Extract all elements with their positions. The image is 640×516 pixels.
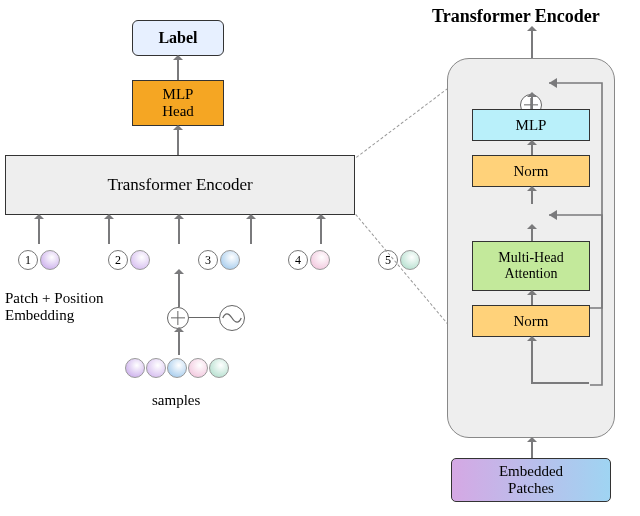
arrow-samples-to-oplus [178, 329, 180, 355]
norm-bottom-text: Norm [514, 313, 549, 330]
arrow-mlp-to-label [177, 57, 179, 80]
position-encoding-icon [219, 305, 245, 331]
encoder-box: Transformer Encoder [5, 155, 355, 215]
sample-1 [125, 358, 145, 378]
arrow-token-1 [38, 216, 40, 244]
position-1: 1 [18, 250, 38, 270]
attention-box: Multi-Head Attention [472, 241, 590, 291]
norm-top-text: Norm [514, 163, 549, 180]
position-2-num: 2 [115, 253, 121, 268]
sample-3 [167, 358, 187, 378]
samples-row [125, 358, 229, 378]
position-4: 4 [288, 250, 308, 270]
attention-text: Multi-Head Attention [498, 250, 563, 282]
position-4-num: 4 [295, 253, 301, 268]
sample-2 [146, 358, 166, 378]
arrow-mlp-to-add [531, 94, 533, 109]
position-1-num: 1 [25, 253, 31, 268]
mlp-head-text: MLP Head [162, 86, 194, 121]
patch-1 [40, 250, 60, 270]
detail-title: Transformer Encoder [432, 6, 600, 27]
patch-5 [400, 250, 420, 270]
arrow-encoder-to-mlp [177, 127, 179, 155]
patch-2 [130, 250, 150, 270]
arrow-norm1-to-mlp [531, 142, 533, 155]
arrow-patches-in [531, 439, 533, 459]
arrow-token-4 [250, 216, 252, 244]
patch-3 [220, 250, 240, 270]
samples-caption: samples [152, 392, 200, 409]
residual-tap-line [531, 382, 589, 384]
arrow-norm2-to-att [531, 292, 533, 305]
label-text: Label [158, 29, 197, 47]
token-row: 1 2 3 4 5 [18, 250, 420, 270]
hline-to-sine [189, 317, 219, 318]
sample-4 [188, 358, 208, 378]
dash-top [356, 79, 460, 158]
arrow-att-to-add [531, 226, 533, 241]
arrow-oplus-to-token3 [178, 271, 180, 307]
embedded-patches-box: Embedded Patches [451, 458, 611, 502]
arrow-token-2 [108, 216, 110, 244]
arrow-norm2-in [531, 338, 533, 382]
position-2: 2 [108, 250, 128, 270]
embedding-caption: Patch + Position Embedding [5, 290, 103, 324]
position-3: 3 [198, 250, 218, 270]
arrow-token-3 [178, 216, 180, 244]
mlp-text: MLP [516, 117, 547, 134]
encoder-text: Transformer Encoder [107, 175, 252, 195]
arrow-out [531, 28, 533, 58]
position-3-num: 3 [205, 253, 211, 268]
sample-5 [209, 358, 229, 378]
arrow-token-5 [320, 216, 322, 244]
embedded-patches-text: Embedded Patches [499, 463, 563, 498]
patch-4 [310, 250, 330, 270]
arrow-add-to-norm1 [531, 188, 533, 204]
